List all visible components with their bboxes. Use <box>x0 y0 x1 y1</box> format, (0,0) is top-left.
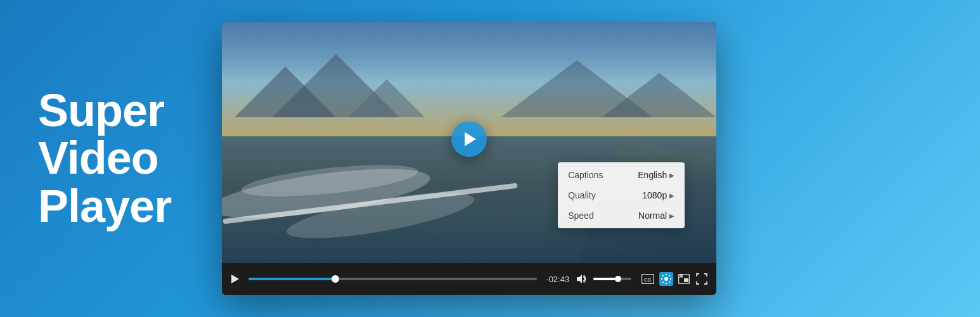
menu-item-quality[interactable]: Quality 1080p ▶ <box>558 185 685 205</box>
gear-icon <box>661 273 672 285</box>
page-wrapper: Super Video Player <box>0 0 980 317</box>
settings-button[interactable] <box>659 272 673 286</box>
volume-thumb <box>615 276 621 282</box>
mountains <box>222 41 716 117</box>
progress-thumb <box>332 275 339 283</box>
menu-item-speed[interactable]: Speed Normal ▶ <box>558 205 685 226</box>
quality-label: Quality <box>568 190 596 200</box>
pip-button[interactable] <box>677 273 691 285</box>
menu-item-captions[interactable]: Captions English ▶ <box>558 165 685 185</box>
quality-value: 1080p ▶ <box>642 190 674 200</box>
app-title: Super Video Player <box>38 87 171 231</box>
video-player: Captions English ▶ Quality 1080p ▶ Speed <box>222 22 716 295</box>
svg-rect-6 <box>684 278 688 282</box>
time-display: -02:43 <box>546 275 569 284</box>
settings-menu: Captions English ▶ Quality 1080p ▶ Speed <box>558 162 685 228</box>
svg-point-4 <box>664 277 668 281</box>
play-button[interactable] <box>451 121 487 157</box>
volume-bar[interactable] <box>593 278 631 280</box>
speed-label: Speed <box>568 210 593 221</box>
volume-button[interactable] <box>576 273 587 285</box>
mountain-3 <box>349 79 425 117</box>
video-area[interactable]: Captions English ▶ Quality 1080p ▶ Speed <box>222 22 716 263</box>
right-controls: CC <box>640 272 709 286</box>
captions-label: Captions <box>568 170 603 180</box>
progress-fill <box>248 278 335 280</box>
cc-icon: CC <box>642 274 654 284</box>
quality-chevron: ▶ <box>669 192 674 199</box>
captions-chevron: ▶ <box>669 172 674 179</box>
captions-value: English ▶ <box>638 170 674 180</box>
title-section: Super Video Player <box>38 87 171 231</box>
speed-value: Normal ▶ <box>638 210 674 221</box>
svg-marker-1 <box>577 275 582 283</box>
captions-button[interactable]: CC <box>640 273 655 285</box>
pip-icon <box>678 274 690 284</box>
volume-icon <box>576 273 587 285</box>
svg-marker-0 <box>231 275 239 283</box>
speed-chevron: ▶ <box>669 212 674 219</box>
fullscreen-icon <box>696 273 707 285</box>
svg-text:CC: CC <box>644 277 652 283</box>
mountain-5 <box>602 73 716 117</box>
fullscreen-button[interactable] <box>695 272 709 286</box>
play-pause-button[interactable] <box>229 274 240 284</box>
volume-fill <box>593 278 618 280</box>
play-icon <box>229 274 240 284</box>
progress-bar[interactable] <box>248 278 537 280</box>
controls-bar: -02:43 <box>222 263 716 295</box>
